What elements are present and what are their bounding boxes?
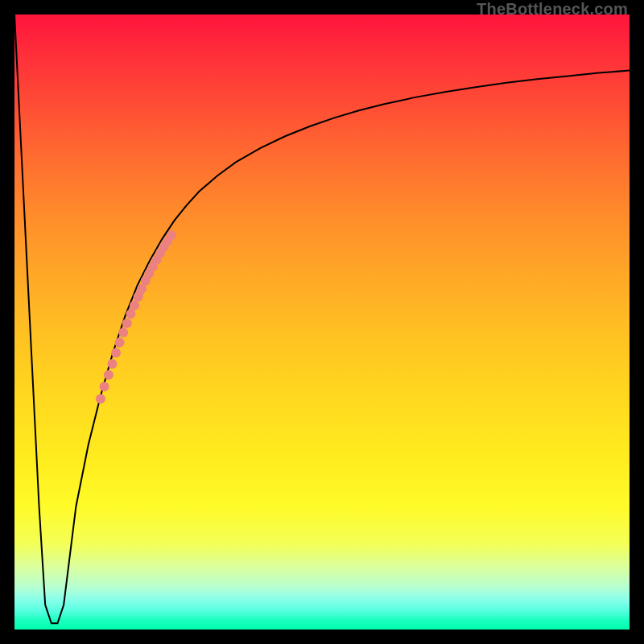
datapoint xyxy=(130,303,138,311)
bottleneck-curve xyxy=(14,14,630,623)
datapoint xyxy=(136,288,144,296)
chart-container: TheBottleneck.com xyxy=(0,0,644,644)
datapoint xyxy=(111,348,121,357)
datapoints-group xyxy=(96,230,176,403)
datapoint xyxy=(122,320,130,328)
datapoint xyxy=(115,340,123,348)
datapoint xyxy=(104,370,114,380)
datapoint xyxy=(118,328,128,337)
datapoint xyxy=(100,382,109,391)
chart-svg xyxy=(14,14,630,630)
plot-area xyxy=(14,14,630,630)
datapoint xyxy=(96,394,105,404)
datapoint xyxy=(142,275,151,283)
datapoint xyxy=(167,230,176,240)
datapoint xyxy=(107,359,117,369)
